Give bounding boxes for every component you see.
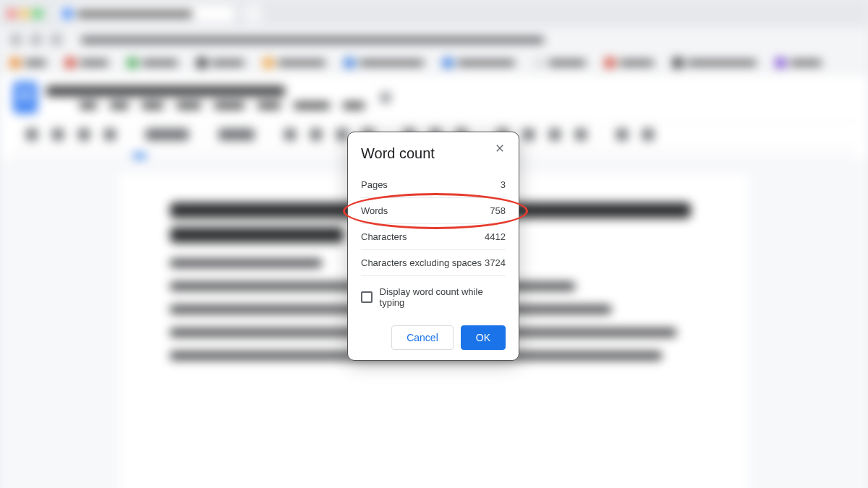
new-tab-button <box>243 4 263 24</box>
dialog-buttons: Cancel OK <box>361 325 506 350</box>
word-count-dialog: Word count Pages 3 Words 758 Characters … <box>347 132 519 361</box>
nav-reload-icon <box>51 34 62 46</box>
stat-value: 4412 <box>485 231 506 242</box>
nav-back-icon <box>10 34 22 46</box>
browser-tab <box>56 6 234 22</box>
cancel-button[interactable]: Cancel <box>391 325 454 350</box>
stat-label: Characters <box>361 231 407 242</box>
tab-favicon <box>62 9 72 19</box>
stat-label: Words <box>361 205 388 216</box>
window-titlebar <box>0 0 868 27</box>
stat-row-characters-no-spaces: Characters excluding spaces 3724 <box>361 250 506 276</box>
stat-row-words: Words 758 <box>361 198 506 224</box>
window-min-dot <box>20 9 29 18</box>
nav-forward-icon <box>30 34 42 46</box>
stat-value: 3724 <box>485 257 506 268</box>
bookmarks-bar <box>0 52 868 74</box>
dialog-title: Word count <box>361 145 506 162</box>
display-while-typing-checkbox[interactable] <box>361 291 373 303</box>
tab-title <box>77 11 192 17</box>
window-max-dot <box>33 9 42 18</box>
stat-value: 758 <box>490 205 506 216</box>
document-title <box>46 86 285 96</box>
browser-urlbar <box>0 27 868 52</box>
docs-logo-icon <box>13 82 38 114</box>
stat-row-pages: Pages 3 <box>361 172 506 198</box>
omnibox <box>81 37 544 43</box>
star-icon <box>380 93 391 103</box>
display-while-typing-row: Display word count while typing <box>361 276 506 312</box>
checkbox-label: Display word count while typing <box>380 286 506 308</box>
stat-label: Characters excluding spaces <box>361 257 482 268</box>
menu-bar <box>80 102 365 109</box>
close-icon[interactable] <box>494 142 509 157</box>
stat-label: Pages <box>361 179 388 190</box>
window-close-dot <box>7 9 16 18</box>
stat-row-characters: Characters 4412 <box>361 224 506 250</box>
ok-button[interactable]: OK <box>461 325 506 350</box>
stat-value: 3 <box>501 179 506 190</box>
